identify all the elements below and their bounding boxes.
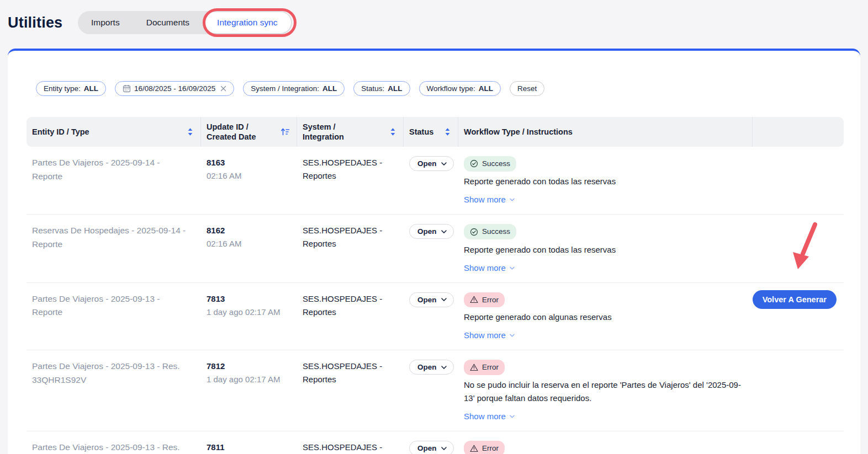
- tab-imports[interactable]: Imports: [78, 12, 133, 33]
- reset-filters-button[interactable]: Reset: [510, 81, 544, 96]
- close-icon[interactable]: [220, 86, 226, 92]
- reset-label: Reset: [517, 84, 537, 93]
- status-cell: Open: [404, 147, 458, 214]
- tab-bar: Imports Documents Integration sync: [78, 11, 292, 34]
- workflow-cell: Success Reporte generado con todas las r…: [458, 147, 753, 214]
- filter-status[interactable]: Status: ALL: [353, 81, 410, 96]
- filter-value: ALL: [322, 84, 337, 93]
- workflow-cell: Error No se pudo incluir la reserva en e…: [458, 431, 753, 454]
- created-date: 1 day ago 02:17 AM: [207, 306, 289, 319]
- header-workflow: Workflow Type / Instructions: [458, 117, 753, 147]
- status-dropdown[interactable]: Open: [409, 360, 454, 375]
- entity-cell: Partes De Viajeros - 2025-09-13 - Res. 3…: [27, 431, 201, 454]
- header-label: Update ID / Created Date: [207, 122, 262, 142]
- entity-cell: Partes De Viajeros - 2025-09-13 - Report…: [27, 283, 201, 350]
- table-header: Entity ID / Type Update ID / Created Dat…: [27, 117, 844, 147]
- filter-label: Status:: [361, 84, 384, 93]
- table-row: Partes De Viajeros - 2025-09-13 - Res. 3…: [27, 350, 844, 431]
- tab-integration-sync[interactable]: Integration sync: [204, 12, 290, 33]
- status-dropdown-label: Open: [417, 296, 437, 304]
- sort-icon[interactable]: [444, 127, 451, 136]
- header-system[interactable]: System / Integration: [297, 117, 404, 147]
- show-more-label: Show more: [464, 329, 506, 342]
- workflow-message: Reporte generado con algunas reservas: [464, 311, 745, 324]
- chevron-down-icon: [441, 230, 447, 233]
- workflow-cell: Success Reporte generado con todas las r…: [458, 215, 753, 282]
- volver-a-generar-button[interactable]: Volver A Generar: [753, 290, 837, 309]
- page-title: Utilities: [8, 14, 62, 31]
- sort-icon[interactable]: [187, 127, 194, 136]
- check-circle-icon: [470, 228, 478, 236]
- status-dropdown-label: Open: [417, 363, 437, 371]
- header-label: Status: [409, 127, 433, 137]
- filter-value: ALL: [84, 84, 98, 93]
- table-row: Partes De Viajeros - 2025-09-13 - Res. 3…: [27, 431, 844, 454]
- workflow-cell: Error Reporte generado con algunas reser…: [458, 283, 753, 350]
- header-actions: [753, 117, 844, 147]
- show-more-label: Show more: [464, 410, 506, 423]
- workflow-cell: Error No se pudo incluir la reserva en e…: [458, 350, 753, 431]
- header-entity[interactable]: Entity ID / Type: [27, 117, 201, 147]
- update-id: 7811: [207, 441, 289, 454]
- status-dropdown-label: Open: [417, 159, 437, 168]
- badge-label: Error: [482, 442, 499, 454]
- sync-table: Entity ID / Type Update ID / Created Dat…: [27, 117, 844, 454]
- status-dropdown[interactable]: Open: [409, 292, 454, 307]
- table-row: Partes De Viajeros - 2025-09-13 - Report…: [27, 283, 844, 351]
- warning-triangle-icon: [470, 296, 478, 303]
- workflow-message: Reporte generado con todas las reservas: [464, 243, 745, 257]
- update-id: 7812: [207, 360, 289, 373]
- header-status[interactable]: Status: [404, 117, 458, 147]
- badge-label: Success: [482, 226, 510, 238]
- created-date: 02:16 AM: [207, 169, 289, 183]
- update-cell: 7813 1 day ago 02:17 AM: [201, 283, 297, 350]
- filter-value: 16/08/2025 - 16/09/2025: [134, 84, 215, 93]
- chevron-down-icon: [441, 162, 447, 165]
- update-cell: 8162 02:16 AM: [201, 215, 297, 282]
- success-badge: Success: [464, 224, 516, 239]
- tab-documents[interactable]: Documents: [133, 12, 203, 33]
- status-cell: Open: [404, 215, 458, 282]
- status-dropdown[interactable]: Open: [409, 156, 454, 171]
- status-cell: Open: [404, 283, 458, 350]
- integration-sync-panel: Entity type: ALL 16/08/2025 - 16/09/2025…: [8, 49, 860, 454]
- filter-entity-type[interactable]: Entity type: ALL: [36, 81, 106, 96]
- sort-descending-icon[interactable]: [280, 127, 290, 136]
- show-more-link[interactable]: Show more: [464, 193, 515, 206]
- show-more-link[interactable]: Show more: [464, 261, 515, 275]
- status-dropdown[interactable]: Open: [409, 224, 454, 239]
- update-id: 8162: [207, 224, 289, 237]
- header-update[interactable]: Update ID / Created Date: [201, 117, 297, 147]
- filter-system-integration[interactable]: System / Integration: ALL: [243, 81, 345, 96]
- action-cell: [753, 431, 844, 454]
- show-more-link[interactable]: Show more: [464, 410, 515, 423]
- check-circle-icon: [470, 159, 478, 168]
- sort-icon[interactable]: [389, 127, 396, 136]
- workflow-message: No se pudo incluir la reserva en el repo…: [464, 378, 745, 405]
- update-cell: 7811 1 day ago 02:17 AM: [201, 431, 297, 454]
- table-body: Partes De Viajeros - 2025-09-14 - Report…: [27, 147, 844, 454]
- error-badge: Error: [464, 360, 505, 375]
- status-dropdown-label: Open: [417, 444, 437, 452]
- status-dropdown[interactable]: Open: [409, 441, 454, 454]
- filter-workflow-type[interactable]: Workflow type: ALL: [419, 81, 501, 96]
- filter-label: System / Integration:: [251, 84, 319, 93]
- update-id: 7813: [207, 292, 289, 306]
- show-more-label: Show more: [464, 261, 506, 275]
- chevron-down-icon: [510, 198, 515, 201]
- error-badge: Error: [464, 441, 505, 454]
- system-cell: SES.HOSPEDAJES - Reportes: [297, 431, 404, 454]
- show-more-link[interactable]: Show more: [464, 329, 515, 342]
- system-cell: SES.HOSPEDAJES - Reportes: [297, 283, 404, 350]
- table-row: Partes De Viajeros - 2025-09-14 - Report…: [27, 147, 844, 215]
- filter-label: Entity type:: [44, 84, 81, 93]
- header-label: System / Integration: [303, 122, 353, 142]
- warning-triangle-icon: [470, 364, 478, 371]
- filter-date-range[interactable]: 16/08/2025 - 16/09/2025: [115, 81, 234, 96]
- table-row: Reservas De Hospedajes - 2025-09-14 - Re…: [27, 215, 844, 282]
- update-id: 8163: [207, 156, 289, 169]
- entity-cell: Partes De Viajeros - 2025-09-14 - Report…: [27, 147, 201, 214]
- workflow-message: Reporte generado con todas las reservas: [464, 175, 745, 188]
- system-cell: SES.HOSPEDAJES - Reportes: [297, 147, 404, 214]
- badge-label: Error: [482, 294, 499, 306]
